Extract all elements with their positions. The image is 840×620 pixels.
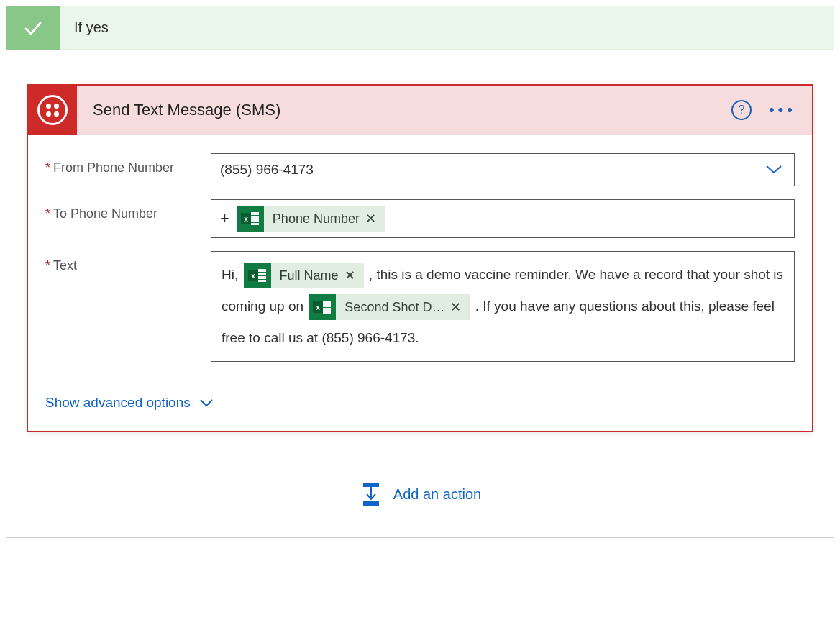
to-phone-label: *To Phone Number [45,199,211,222]
excel-icon: x [244,263,271,288]
text-label: *Text [45,251,211,273]
chevron-down-icon [199,398,214,407]
svg-rect-3 [251,216,259,219]
from-phone-value: (855) 966-4173 [220,162,314,178]
svg-rect-17 [323,311,331,314]
more-menu-icon[interactable]: ••• [769,108,796,112]
help-icon[interactable]: ? [731,100,752,120]
add-action-label: Add an action [393,486,481,503]
action-header[interactable]: Send Text Message (SMS) ? ••• [28,86,812,135]
svg-rect-2 [251,212,259,215]
insert-step-icon [359,483,383,506]
from-phone-row: *From Phone Number (855) 966-4173 [45,153,795,186]
message-part1: Hi, [222,267,238,282]
excel-icon: x [309,294,336,320]
svg-rect-9 [258,273,266,275]
text-row: *Text Hi, x Full Name ✕ , this is a demo… [45,251,795,362]
svg-text:x: x [316,304,321,311]
svg-rect-16 [323,308,331,311]
svg-rect-4 [251,219,259,222]
svg-rect-5 [251,223,259,225]
to-phone-input[interactable]: + x Phone Number ✕ [211,199,795,238]
add-action-button[interactable]: Add an action [27,432,813,523]
from-phone-label: *From Phone Number [45,153,211,175]
branch-body: Send Text Message (SMS) ? ••• *From Phon… [6,50,834,537]
condition-title: If yes [60,19,109,36]
to-phone-prefix: + [220,209,229,228]
condition-header[interactable]: If yes [6,6,834,50]
twilio-icon [28,86,77,135]
svg-text:x: x [244,215,248,223]
token-second-shot-date[interactable]: x Second Shot D… ✕ [309,294,470,320]
svg-rect-15 [323,304,331,307]
send-sms-action-card: Send Text Message (SMS) ? ••• *From Phon… [27,84,813,432]
action-form: *From Phone Number (855) 966-4173 *To Ph… [28,135,812,368]
if-yes-branch-panel: If yes Send Text Message (SMS) ? ••• *Fr [6,6,834,538]
token-full-name[interactable]: x Full Name ✕ [244,263,364,288]
svg-rect-18 [363,483,379,487]
chevron-down-icon [765,165,782,175]
check-icon [6,6,60,50]
excel-icon: x [237,206,264,232]
svg-rect-8 [258,269,266,272]
show-advanced-options-link[interactable]: Show advanced options [28,368,812,431]
text-input[interactable]: Hi, x Full Name ✕ , this is a demo vacci… [211,251,795,362]
action-title: Send Text Message (SMS) [77,101,731,119]
svg-rect-14 [323,301,331,304]
svg-rect-20 [363,501,379,506]
remove-token-icon[interactable]: ✕ [344,260,355,291]
message-part3: . If you have any questions about this, … [222,298,775,345]
remove-token-icon[interactable]: ✕ [365,211,376,227]
from-phone-dropdown[interactable]: (855) 966-4173 [211,153,795,186]
to-phone-row: *To Phone Number + x Phone Number ✕ [45,199,795,238]
svg-rect-10 [258,276,266,279]
svg-rect-11 [258,280,266,282]
remove-token-icon[interactable]: ✕ [450,291,461,323]
token-phone-number[interactable]: x Phone Number ✕ [237,206,385,232]
svg-text:x: x [251,272,255,280]
